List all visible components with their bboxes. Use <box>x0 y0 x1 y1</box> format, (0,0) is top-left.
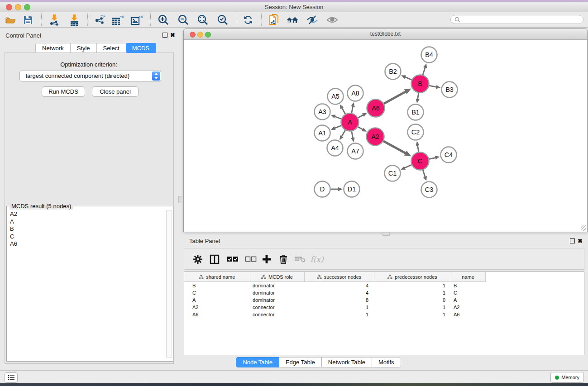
tab-network-table[interactable]: Network Table <box>322 357 372 367</box>
minimize-traffic-light[interactable] <box>15 4 21 10</box>
table-row[interactable]: A6connector11A6 <box>184 311 584 318</box>
graph-edge[interactable] <box>335 126 341 129</box>
network-window-titlebar[interactable]: testGlobe.txt <box>184 29 587 40</box>
table-cell[interactable]: connector <box>250 311 304 318</box>
mcds-result-list[interactable]: A2ABCA6 <box>7 211 173 248</box>
deselect-all-checks-icon[interactable] <box>244 253 258 266</box>
control-panel-float-icon[interactable] <box>163 33 167 38</box>
table-cell[interactable]: dominator <box>250 289 304 296</box>
table-cell[interactable]: B <box>184 282 250 290</box>
close-panel-button[interactable]: Close panel <box>92 86 139 97</box>
tab-select[interactable]: Select <box>97 43 126 53</box>
graph-edge[interactable] <box>352 131 353 138</box>
vertical-splitter-grip[interactable] <box>178 196 183 203</box>
show-all-icon[interactable] <box>326 14 339 26</box>
column-header-name[interactable]: name <box>451 272 485 282</box>
zoom-selected-icon[interactable] <box>216 14 229 26</box>
toggle-panel-columns-icon[interactable] <box>208 253 221 266</box>
table-cell[interactable]: A6 <box>184 311 250 318</box>
tab-mcds[interactable]: MCDS <box>126 43 156 53</box>
hide-selected-icon[interactable] <box>306 14 319 26</box>
graph-edge[interactable] <box>358 115 363 118</box>
delete-column-icon[interactable] <box>277 253 290 266</box>
table-cell[interactable]: 0 <box>374 296 451 304</box>
main-titlebar[interactable]: Session: New Session <box>0 2 588 13</box>
table-row[interactable]: Cdominator41C <box>184 289 584 296</box>
table-cell[interactable]: dominator <box>250 282 304 290</box>
settings-gear-icon[interactable] <box>191 253 205 266</box>
graph-edge[interactable] <box>342 108 345 114</box>
graph-edge[interactable] <box>335 116 341 119</box>
table-cell[interactable]: C <box>451 289 485 296</box>
search-input[interactable] <box>450 15 583 24</box>
refresh-icon[interactable] <box>242 14 254 26</box>
table-cell[interactable]: 1 <box>304 304 374 311</box>
table-cell[interactable]: 4 <box>304 282 374 290</box>
graph-edge[interactable] <box>423 170 425 177</box>
export-image-icon[interactable] <box>130 14 143 26</box>
tab-network[interactable]: Network <box>35 43 71 53</box>
tab-edge-table[interactable]: Edge Table <box>279 357 322 367</box>
table-cell[interactable] <box>485 311 584 318</box>
graph-edge[interactable] <box>417 145 418 152</box>
graph-edge[interactable] <box>384 91 406 104</box>
mcds-scrollbar[interactable] <box>166 210 172 357</box>
network-zoom-traffic-light[interactable] <box>205 32 211 38</box>
export-network-icon[interactable] <box>94 14 106 26</box>
import-table-icon[interactable] <box>68 14 81 26</box>
graph-edge[interactable] <box>405 165 412 168</box>
memory-button[interactable]: Memory <box>550 372 584 383</box>
graph-edge[interactable] <box>358 127 363 129</box>
import-network-icon[interactable] <box>48 14 61 26</box>
column-header-successor-nodes[interactable]: successor nodes <box>304 272 374 282</box>
table-row[interactable]: Bdominator41B <box>184 282 584 290</box>
mcds-result-item[interactable]: A6 <box>7 241 173 248</box>
table-cell[interactable]: A2 <box>451 304 485 311</box>
save-session-icon[interactable] <box>22 14 34 26</box>
table-cell[interactable]: A2 <box>184 304 250 311</box>
table-cell[interactable]: 8 <box>304 296 374 304</box>
table-cell[interactable]: dominator <box>250 296 304 304</box>
zoom-traffic-light[interactable] <box>24 4 30 10</box>
network-close-traffic-light[interactable] <box>190 32 196 38</box>
mcds-result-item[interactable]: B <box>7 226 173 234</box>
table-panel-float-icon[interactable] <box>570 238 575 243</box>
table-cell[interactable]: 1 <box>374 311 451 318</box>
network-canvas[interactable]: B4B2BB3A5A8A6A3B1AA1C2A2A4A7CC4C1C3DD1 <box>184 40 587 232</box>
table-cell[interactable] <box>485 304 584 311</box>
table-cell[interactable]: 1 <box>304 311 374 318</box>
close-traffic-light[interactable] <box>6 4 12 10</box>
table-cell[interactable] <box>485 296 584 304</box>
mcds-result-item[interactable]: C <box>7 234 173 241</box>
node-table-header[interactable]: shared nameMCDS rolesuccessor nodesprede… <box>184 272 584 282</box>
table-cell[interactable]: connector <box>250 304 304 311</box>
column-header-shared-name[interactable]: shared name <box>184 272 250 282</box>
mcds-result-item[interactable]: A <box>7 219 173 226</box>
criterion-dropdown[interactable]: largest connected component (directed) <box>19 71 161 81</box>
zoom-out-icon[interactable] <box>177 14 190 26</box>
graph-edge[interactable] <box>383 141 406 153</box>
select-all-checks-icon[interactable] <box>226 253 239 266</box>
table-cell[interactable]: 1 <box>374 304 451 311</box>
table-cell[interactable]: B <box>451 282 485 290</box>
graph-edge[interactable] <box>405 77 411 80</box>
zoom-in-icon[interactable] <box>157 14 170 26</box>
graph-edge[interactable] <box>418 93 419 99</box>
table-cell[interactable]: 1 <box>374 282 451 290</box>
node-table-body[interactable]: Bdominator41BCdominator41CAdominator80AA… <box>184 282 584 319</box>
task-history-button[interactable] <box>5 372 18 383</box>
mcds-result-item[interactable]: A2 <box>7 211 173 219</box>
open-session-icon[interactable] <box>4 14 17 26</box>
table-cell[interactable]: A <box>184 296 250 304</box>
graph-edge[interactable] <box>342 130 345 137</box>
graph-edge[interactable] <box>423 67 425 75</box>
export-table-icon[interactable] <box>111 14 124 26</box>
network-minimize-traffic-light[interactable] <box>197 32 203 38</box>
first-neighbors-icon[interactable] <box>286 14 299 26</box>
column-header-MCDS-role[interactable]: MCDS role <box>250 272 304 282</box>
network-view-window[interactable]: testGlobe.txt B4B2BB3A5A8A6A3B1AA1C2A2A4… <box>183 29 588 232</box>
add-column-icon[interactable] <box>260 253 273 266</box>
tab-motifs[interactable]: Motifs <box>372 357 401 367</box>
table-panel-close-icon[interactable]: ✖ <box>578 238 583 244</box>
tab-style[interactable]: Style <box>71 43 97 53</box>
